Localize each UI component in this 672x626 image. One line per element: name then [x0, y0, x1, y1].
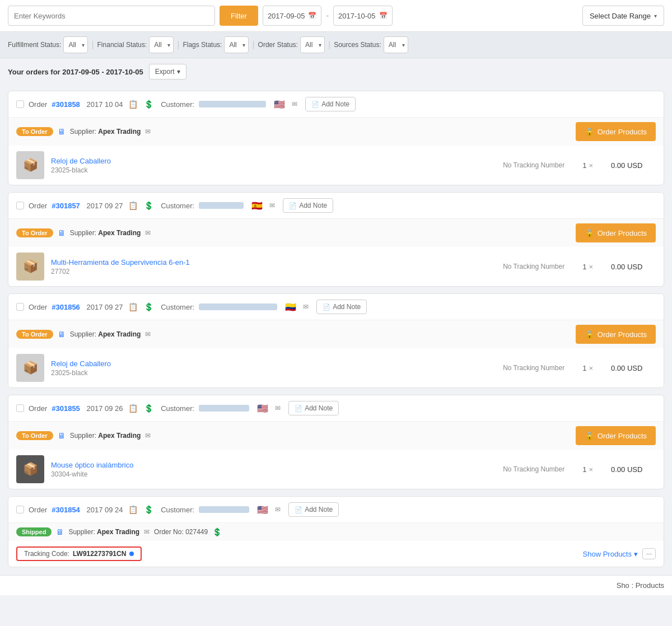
qty-info-3-0: 1 ×	[582, 465, 593, 474]
order-number-0[interactable]: #301858	[52, 100, 80, 109]
order-filter-group: Order Status: All	[258, 36, 325, 53]
fulfillment-filter-group: Fulfillment Status: All	[8, 36, 88, 53]
order-checkbox-2[interactable]	[16, 303, 24, 311]
product-sku-0-0: 23025-black	[51, 166, 496, 174]
order-select[interactable]: All	[300, 36, 325, 53]
order-card: Order #301856 2017 09 27 📋 💲 Customer: 🇨…	[8, 293, 664, 388]
order-checkbox-1[interactable]	[16, 202, 24, 209]
flag-icon-3: 🇺🇸	[257, 403, 268, 414]
product-row-1-0: 📦 Multi-Herramienta de Supervivencia 6-e…	[8, 247, 664, 286]
top-bar: Filter 2017-09-05 📅 - 2017-10-05 📅 Selec…	[0, 0, 672, 32]
order-products-label-3: Order Products	[598, 432, 647, 440]
tracking-code-label-4: Tracking Code:	[24, 550, 69, 558]
order-header-2: Order #301856 2017 09 27 📋 💲 Customer: 🇨…	[8, 294, 664, 320]
financial-label: Financial Status:	[97, 41, 147, 49]
filter-button[interactable]: Filter	[220, 6, 258, 26]
order-products-button-2[interactable]: 🔒 Order Products	[576, 325, 656, 344]
qty-value-3-0: 1	[582, 465, 586, 474]
supplier-name-0: Apex Trading	[98, 128, 141, 136]
fulfillment-select[interactable]: All	[63, 36, 88, 53]
tracking-info-2-0: No Tracking Number	[503, 364, 564, 372]
product-thumb-icon-3-0: 📦	[23, 462, 38, 476]
sources-select[interactable]: All	[384, 36, 408, 53]
supplier-monitor-icon-4: 🖥	[56, 527, 64, 536]
status-badge-0: To Order	[16, 127, 53, 136]
orders-header: Your orders for 2017-09-05 - 2017-10-05 …	[0, 58, 672, 85]
flags-select[interactable]: All	[224, 36, 249, 53]
date-from-input[interactable]: 2017-09-05 📅	[263, 6, 322, 26]
supplier-text-3: Supplier: Apex Trading	[70, 432, 141, 440]
customer-label-2: Customer:	[159, 303, 195, 311]
date-to-input[interactable]: 2017-10-05 📅	[333, 6, 393, 26]
divider-1: |	[91, 40, 94, 50]
note-doc-icon-2: 📄	[323, 303, 330, 311]
add-note-label-0: Add Note	[321, 100, 349, 108]
price-info-2-0: 0.00 USD	[611, 364, 656, 372]
price-info-0-0: 0.00 USD	[611, 161, 656, 170]
product-thumb-3-0: 📦	[16, 455, 44, 483]
date-range-label: Select Date Range	[590, 12, 651, 20]
tracking-info-3-0: No Tracking Number	[503, 465, 564, 473]
add-note-button-2[interactable]: 📄 Add Note	[316, 300, 367, 314]
order-checkbox-3[interactable]	[16, 404, 24, 412]
add-note-button-3[interactable]: 📄 Add Note	[288, 401, 339, 415]
tracking-dot-4	[129, 552, 134, 556]
supplier-email-icon-3: ✉	[145, 432, 151, 440]
order-products-label-2: Order Products	[598, 330, 647, 339]
flag-icon-2: 🇨🇴	[285, 302, 296, 312]
search-input[interactable]	[8, 6, 215, 26]
product-thumb-icon-2-0: 📦	[23, 361, 38, 375]
financial-select[interactable]: All	[149, 36, 174, 53]
order-number-2[interactable]: #301856	[52, 303, 80, 311]
filter-bar: Fulfillment Status: All | Financial Stat…	[0, 32, 672, 58]
flags-select-wrap: All	[224, 36, 249, 53]
order-checkbox-0[interactable]	[16, 100, 24, 108]
order-no-label-4: Order No: 027449	[154, 528, 208, 536]
add-note-button-4[interactable]: 📄 Add Note	[288, 502, 339, 517]
order-number-3[interactable]: #301855	[52, 404, 80, 413]
order-products-button-1[interactable]: 🔒 Order Products	[576, 223, 656, 242]
supplier-name-3: Apex Trading	[98, 432, 141, 440]
order-checkbox-4[interactable]	[16, 506, 24, 513]
customer-label-0: Customer:	[159, 100, 195, 109]
status-badge-3: To Order	[16, 431, 53, 440]
calendar-to-icon: 📅	[379, 12, 388, 20]
order-number-1[interactable]: #301857	[52, 202, 80, 210]
product-name-1-0[interactable]: Multi-Herramienta de Supervivencia 6-en-…	[51, 258, 496, 267]
supplier-name-1: Apex Trading	[98, 229, 141, 237]
qty-info-1-0: 1 ×	[582, 263, 593, 271]
more-button-4[interactable]: ···	[642, 548, 656, 559]
order-products-button-0[interactable]: 🔒 Order Products	[576, 122, 656, 141]
sources-select-wrap: All	[384, 36, 408, 53]
financial-select-wrap: All	[149, 36, 174, 53]
supplier-row-4: Shipped 🖥 Supplier: Apex Trading ✉ Order…	[8, 523, 664, 541]
flag-icon-1: 🇪🇸	[251, 200, 263, 211]
dollar-icon-2: 💲	[143, 301, 155, 312]
divider-3: |	[252, 40, 254, 50]
product-name-3-0[interactable]: Mouse óptico inalámbrico	[51, 461, 496, 469]
add-note-button-1[interactable]: 📄 Add Note	[283, 198, 333, 213]
supplier-row-1: To Order 🖥 Supplier: Apex Trading ✉ 🔒 Or…	[8, 219, 664, 247]
qty-info-0-0: 1 ×	[582, 161, 593, 170]
lock-icon-1: 🔒	[585, 228, 594, 237]
order-number-4[interactable]: #301854	[52, 506, 80, 514]
order-date-3: 2017 09 26	[85, 404, 123, 413]
order-date-4: 2017 09 24	[85, 506, 123, 514]
product-name-2-0[interactable]: Reloj de Caballero	[51, 359, 496, 368]
supplier-text-1: Supplier: Apex Trading	[70, 229, 141, 237]
add-note-button-0[interactable]: 📄 Add Note	[305, 97, 356, 111]
date-range-button[interactable]: Select Date Range ▾	[582, 6, 664, 26]
chevron-down-icon: ▾	[654, 13, 657, 19]
export-button[interactable]: Export ▾	[149, 64, 186, 80]
dollar-icon-4: 💲	[143, 504, 155, 515]
order-status-label: Order Status:	[258, 41, 298, 49]
order-header-0: Order #301858 2017 10 04 📋 💲 Customer: 🇺…	[8, 91, 664, 118]
product-info-1-0: Multi-Herramienta de Supervivencia 6-en-…	[51, 258, 496, 275]
calendar-from-icon: 📅	[308, 12, 316, 20]
price-info-3-0: 0.00 USD	[611, 465, 656, 474]
order-products-button-3[interactable]: 🔒 Order Products	[576, 426, 656, 445]
product-name-0-0[interactable]: Reloj de Caballero	[51, 157, 496, 165]
add-note-label-4: Add Note	[305, 506, 333, 513]
status-badge-2: To Order	[16, 330, 53, 339]
show-products-button-4[interactable]: Show Products ▾	[583, 550, 638, 558]
